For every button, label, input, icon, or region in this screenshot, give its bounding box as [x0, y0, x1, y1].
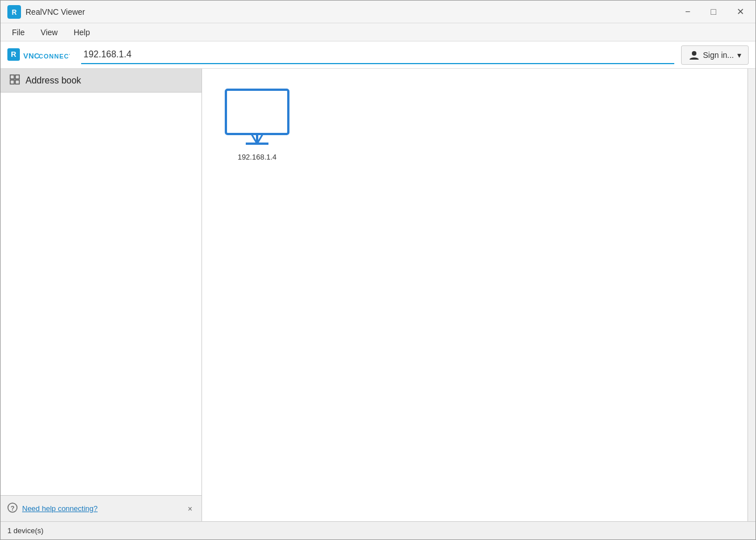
main-content: Address book ? Need help connecting? ×	[1, 69, 755, 521]
computer-ip-label: 192.168.1.4	[238, 153, 277, 161]
svg-rect-13	[226, 90, 288, 134]
main-panel: 192.168.1.4	[202, 69, 747, 521]
sign-in-chevron: ▾	[737, 51, 741, 60]
svg-text:R: R	[12, 9, 17, 16]
svg-text:CONNECT: CONNECT	[39, 53, 70, 60]
grid-icon	[10, 74, 20, 87]
address-input[interactable]	[81, 46, 674, 63]
svg-rect-10	[15, 80, 19, 84]
address-book-header: Address book	[1, 69, 201, 93]
vnc-logo-svg: R VNC CONNECT	[7, 47, 70, 63]
svg-rect-8	[15, 75, 19, 79]
help-icon: ?	[7, 503, 18, 515]
help-panel: ? Need help connecting? ×	[1, 495, 201, 521]
close-button[interactable]: ✕	[732, 4, 749, 19]
user-icon	[688, 49, 700, 61]
vnc-logo: R VNC CONNECT	[7, 47, 70, 63]
help-menu[interactable]: Help	[67, 26, 97, 39]
status-bar: 1 device(s)	[1, 521, 755, 539]
svg-point-6	[692, 51, 696, 56]
address-book-label: Address book	[26, 76, 81, 86]
computer-card[interactable]: 192.168.1.4	[216, 82, 299, 166]
window-controls: − □ ✕	[681, 4, 749, 19]
title-bar: R RealVNC Viewer − □ ✕	[1, 1, 755, 23]
device-count: 1 device(s)	[7, 526, 44, 535]
svg-text:?: ?	[11, 504, 15, 511]
view-menu[interactable]: View	[34, 26, 65, 39]
file-menu[interactable]: File	[5, 26, 32, 39]
address-bar-wrapper	[81, 46, 674, 64]
minimize-button[interactable]: −	[681, 5, 695, 19]
sign-in-button[interactable]: Sign in... ▾	[681, 45, 749, 65]
maximize-button[interactable]: □	[706, 5, 721, 19]
monitor-icon	[220, 87, 294, 149]
main-window: R RealVNC Viewer − □ ✕ File View Help R …	[0, 0, 756, 540]
svg-rect-7	[10, 75, 14, 79]
window-title: RealVNC Viewer	[26, 7, 681, 16]
sidebar: Address book ? Need help connecting? ×	[1, 69, 202, 521]
menu-bar: File View Help	[1, 23, 755, 41]
svg-text:VNC: VNC	[23, 52, 40, 60]
help-link[interactable]: Need help connecting?	[22, 504, 181, 513]
help-close-button[interactable]: ×	[186, 503, 195, 514]
sidebar-content	[1, 93, 201, 495]
scrollbar[interactable]	[747, 69, 755, 521]
app-icon: R	[7, 5, 21, 19]
toolbar: R VNC CONNECT Sign in... ▾	[1, 41, 755, 69]
svg-rect-9	[10, 80, 14, 84]
sign-in-label: Sign in...	[703, 51, 734, 60]
svg-text:R: R	[11, 50, 16, 58]
